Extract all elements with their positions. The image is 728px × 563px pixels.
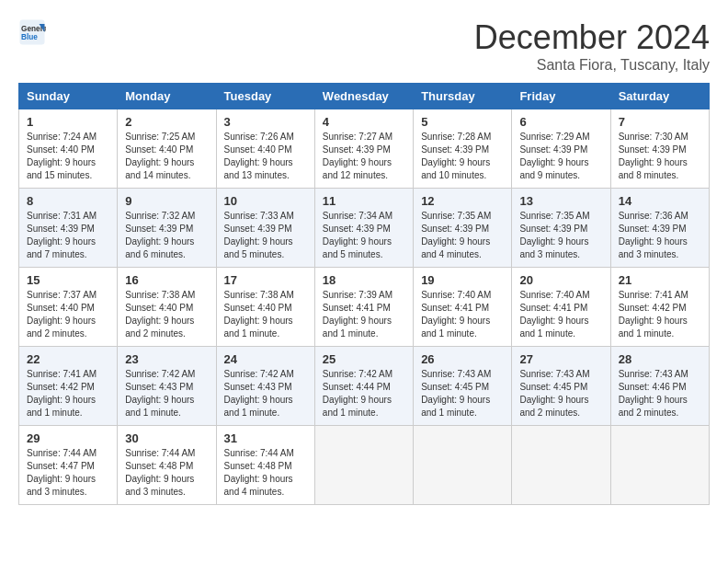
calendar-cell: 4Sunrise: 7:27 AMSunset: 4:39 PMDaylight… xyxy=(314,109,413,189)
calendar-cell: 17Sunrise: 7:38 AMSunset: 4:40 PMDayligh… xyxy=(216,268,314,347)
day-info: Sunrise: 7:33 AMSunset: 4:39 PMDaylight:… xyxy=(224,210,307,261)
calendar-cell: 2Sunrise: 7:25 AMSunset: 4:40 PMDaylight… xyxy=(118,109,216,189)
day-number: 19 xyxy=(421,273,504,287)
day-info: Sunrise: 7:43 AMSunset: 4:45 PMDaylight:… xyxy=(519,368,602,419)
calendar-cell: 21Sunrise: 7:41 AMSunset: 4:42 PMDayligh… xyxy=(610,268,709,347)
calendar-cell: 26Sunrise: 7:43 AMSunset: 4:45 PMDayligh… xyxy=(414,347,512,426)
day-info: Sunrise: 7:31 AMSunset: 4:39 PMDaylight:… xyxy=(27,210,109,261)
col-thursday: Thursday xyxy=(414,84,512,109)
day-number: 10 xyxy=(224,194,307,208)
calendar-row: 8Sunrise: 7:31 AMSunset: 4:39 PMDaylight… xyxy=(19,189,710,268)
day-info: Sunrise: 7:44 AMSunset: 4:48 PMDaylight:… xyxy=(125,447,208,499)
day-info: Sunrise: 7:41 AMSunset: 4:42 PMDaylight:… xyxy=(619,289,701,340)
day-number: 8 xyxy=(27,194,109,208)
day-info: Sunrise: 7:39 AMSunset: 4:41 PMDaylight:… xyxy=(323,289,405,340)
col-friday: Friday xyxy=(512,84,610,109)
location-title: Santa Fiora, Tuscany, Italy xyxy=(474,57,710,74)
svg-text:Blue: Blue xyxy=(21,33,38,41)
day-number: 9 xyxy=(125,194,208,208)
day-info: Sunrise: 7:38 AMSunset: 4:40 PMDaylight:… xyxy=(224,289,307,340)
calendar-cell: 27Sunrise: 7:43 AMSunset: 4:45 PMDayligh… xyxy=(512,347,610,426)
day-number: 28 xyxy=(619,352,701,366)
day-info: Sunrise: 7:40 AMSunset: 4:41 PMDaylight:… xyxy=(519,289,602,340)
calendar-cell: 11Sunrise: 7:34 AMSunset: 4:39 PMDayligh… xyxy=(314,189,413,268)
calendar-cell: 29Sunrise: 7:44 AMSunset: 4:47 PMDayligh… xyxy=(19,426,118,505)
day-info: Sunrise: 7:44 AMSunset: 4:48 PMDaylight:… xyxy=(224,447,307,499)
day-info: Sunrise: 7:26 AMSunset: 4:40 PMDaylight:… xyxy=(224,131,307,182)
calendar-cell: 1Sunrise: 7:24 AMSunset: 4:40 PMDaylight… xyxy=(19,109,118,189)
calendar-cell: 3Sunrise: 7:26 AMSunset: 4:40 PMDaylight… xyxy=(216,109,314,189)
day-number: 20 xyxy=(519,273,602,287)
day-info: Sunrise: 7:28 AMSunset: 4:39 PMDaylight:… xyxy=(421,131,504,182)
col-monday: Monday xyxy=(118,84,216,109)
day-info: Sunrise: 7:29 AMSunset: 4:39 PMDaylight:… xyxy=(519,131,602,182)
day-number: 23 xyxy=(125,352,208,366)
day-info: Sunrise: 7:37 AMSunset: 4:40 PMDaylight:… xyxy=(27,289,109,340)
calendar-cell xyxy=(414,426,512,505)
calendar-cell: 13Sunrise: 7:35 AMSunset: 4:39 PMDayligh… xyxy=(512,189,610,268)
calendar-cell: 30Sunrise: 7:44 AMSunset: 4:48 PMDayligh… xyxy=(118,426,216,505)
calendar-cell: 10Sunrise: 7:33 AMSunset: 4:39 PMDayligh… xyxy=(216,189,314,268)
day-number: 5 xyxy=(421,115,504,129)
day-number: 16 xyxy=(125,273,208,287)
day-number: 25 xyxy=(323,352,405,366)
calendar-cell: 22Sunrise: 7:41 AMSunset: 4:42 PMDayligh… xyxy=(19,347,118,426)
day-number: 29 xyxy=(27,431,109,445)
logo-icon: General Blue xyxy=(18,18,46,46)
calendar-row: 1Sunrise: 7:24 AMSunset: 4:40 PMDaylight… xyxy=(19,109,710,189)
col-tuesday: Tuesday xyxy=(216,84,314,109)
day-number: 15 xyxy=(27,273,109,287)
title-area: December 2024 Santa Fiora, Tuscany, Ital… xyxy=(474,18,710,74)
day-info: Sunrise: 7:25 AMSunset: 4:40 PMDaylight:… xyxy=(125,131,208,182)
calendar-cell: 8Sunrise: 7:31 AMSunset: 4:39 PMDaylight… xyxy=(19,189,118,268)
logo: General Blue xyxy=(18,18,46,46)
calendar-cell: 19Sunrise: 7:40 AMSunset: 4:41 PMDayligh… xyxy=(414,268,512,347)
day-info: Sunrise: 7:36 AMSunset: 4:39 PMDaylight:… xyxy=(619,210,701,261)
calendar-cell: 9Sunrise: 7:32 AMSunset: 4:39 PMDaylight… xyxy=(118,189,216,268)
calendar-cell: 18Sunrise: 7:39 AMSunset: 4:41 PMDayligh… xyxy=(314,268,413,347)
calendar-cell: 12Sunrise: 7:35 AMSunset: 4:39 PMDayligh… xyxy=(414,189,512,268)
day-info: Sunrise: 7:40 AMSunset: 4:41 PMDaylight:… xyxy=(421,289,504,340)
calendar-row: 22Sunrise: 7:41 AMSunset: 4:42 PMDayligh… xyxy=(19,347,710,426)
day-number: 30 xyxy=(125,431,208,445)
month-title: December 2024 xyxy=(474,18,710,57)
day-info: Sunrise: 7:42 AMSunset: 4:43 PMDaylight:… xyxy=(125,368,208,419)
calendar-cell: 28Sunrise: 7:43 AMSunset: 4:46 PMDayligh… xyxy=(610,347,709,426)
day-info: Sunrise: 7:42 AMSunset: 4:44 PMDaylight:… xyxy=(323,368,405,419)
calendar-cell xyxy=(314,426,413,505)
calendar-cell: 24Sunrise: 7:42 AMSunset: 4:43 PMDayligh… xyxy=(216,347,314,426)
col-wednesday: Wednesday xyxy=(314,84,413,109)
day-number: 2 xyxy=(125,115,208,129)
day-number: 24 xyxy=(224,352,307,366)
page-header: General Blue December 2024 Santa Fiora, … xyxy=(18,18,710,74)
calendar-cell: 25Sunrise: 7:42 AMSunset: 4:44 PMDayligh… xyxy=(314,347,413,426)
day-number: 12 xyxy=(421,194,504,208)
day-number: 4 xyxy=(323,115,405,129)
day-number: 22 xyxy=(27,352,109,366)
calendar-cell: 23Sunrise: 7:42 AMSunset: 4:43 PMDayligh… xyxy=(118,347,216,426)
day-info: Sunrise: 7:43 AMSunset: 4:45 PMDaylight:… xyxy=(421,368,504,419)
day-info: Sunrise: 7:43 AMSunset: 4:46 PMDaylight:… xyxy=(619,368,701,419)
day-info: Sunrise: 7:27 AMSunset: 4:39 PMDaylight:… xyxy=(323,131,405,182)
col-saturday: Saturday xyxy=(610,84,709,109)
day-info: Sunrise: 7:44 AMSunset: 4:47 PMDaylight:… xyxy=(27,447,109,499)
day-number: 7 xyxy=(619,115,701,129)
day-number: 6 xyxy=(519,115,602,129)
calendar-row: 15Sunrise: 7:37 AMSunset: 4:40 PMDayligh… xyxy=(19,268,710,347)
day-info: Sunrise: 7:34 AMSunset: 4:39 PMDaylight:… xyxy=(323,210,405,261)
calendar-cell: 5Sunrise: 7:28 AMSunset: 4:39 PMDaylight… xyxy=(414,109,512,189)
calendar-cell xyxy=(512,426,610,505)
day-info: Sunrise: 7:38 AMSunset: 4:40 PMDaylight:… xyxy=(125,289,208,340)
calendar-cell: 16Sunrise: 7:38 AMSunset: 4:40 PMDayligh… xyxy=(118,268,216,347)
calendar-table: Sunday Monday Tuesday Wednesday Thursday… xyxy=(18,83,710,505)
day-number: 21 xyxy=(619,273,701,287)
day-number: 11 xyxy=(323,194,405,208)
calendar-cell: 15Sunrise: 7:37 AMSunset: 4:40 PMDayligh… xyxy=(19,268,118,347)
col-sunday: Sunday xyxy=(19,84,118,109)
day-info: Sunrise: 7:42 AMSunset: 4:43 PMDaylight:… xyxy=(224,368,307,419)
day-number: 27 xyxy=(519,352,602,366)
day-number: 14 xyxy=(619,194,701,208)
day-info: Sunrise: 7:41 AMSunset: 4:42 PMDaylight:… xyxy=(27,368,109,419)
calendar-cell: 31Sunrise: 7:44 AMSunset: 4:48 PMDayligh… xyxy=(216,426,314,505)
day-info: Sunrise: 7:35 AMSunset: 4:39 PMDaylight:… xyxy=(519,210,602,261)
